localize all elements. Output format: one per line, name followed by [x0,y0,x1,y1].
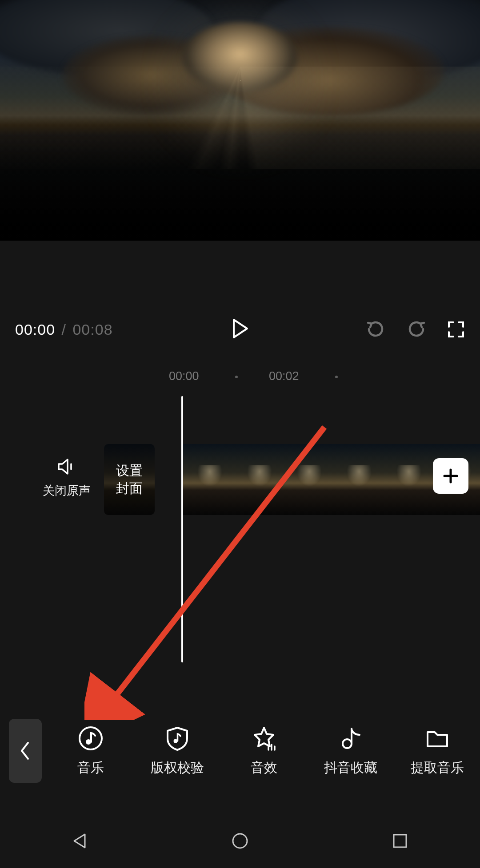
chevron-left-icon [19,740,32,761]
star-bars-icon [251,725,277,752]
ruler-mark-2: 00:02 [269,369,299,383]
clip-frame [381,444,431,515]
set-cover-button[interactable]: 设置 封面 [104,444,155,515]
tool-music[interactable]: 音乐 [60,725,122,777]
ruler-mark-0: 00:00 [169,369,199,383]
ruler-tick [335,376,338,378]
redo-icon [406,319,427,340]
shield-music-icon [164,725,191,752]
tool-copyright-label: 版权校验 [151,759,204,777]
clip-frame [232,444,282,515]
ruler-tick [235,376,238,378]
current-time: 00:00 [15,321,55,338]
circle-icon [230,831,250,851]
play-button[interactable] [231,318,249,341]
nav-back-button[interactable] [70,831,90,853]
cover-label-line2: 封面 [116,480,143,497]
tool-douyin-favorites[interactable]: 抖音收藏 [320,725,382,777]
nav-recent-button[interactable] [390,831,410,853]
fullscreen-button[interactable] [447,321,465,338]
svg-point-4 [343,739,352,748]
timeline-ruler[interactable]: 00:00 00:02 [0,369,480,387]
toolbar-back-button[interactable] [9,719,42,783]
triangle-left-icon [70,831,90,851]
undo-button[interactable] [365,319,386,340]
tool-extract-label: 提取音乐 [411,759,464,777]
tool-music-label: 音乐 [77,759,104,777]
fullscreen-icon [447,321,465,338]
video-editor-app: 00:00 / 00:08 [0,0,480,868]
clip-frame [282,444,332,515]
timeline[interactable]: 关闭原声 设置 封面 [0,396,480,662]
svg-point-5 [233,834,247,848]
time-separator: / [62,321,66,338]
speaker-icon [56,456,77,477]
play-icon [231,318,249,339]
undo-icon [365,319,386,340]
clip-frame [182,444,232,515]
mute-original-sound-label: 关闭原声 [40,483,93,499]
tool-soundfx[interactable]: 音效 [233,725,295,777]
nav-home-button[interactable] [230,831,250,853]
clip-frame [332,444,381,515]
add-clip-button[interactable] [433,458,468,494]
audio-toolbar: 音乐 版权校验 音效 [0,706,480,795]
folder-icon [424,725,451,752]
tool-douyin-fav-label: 抖音收藏 [324,759,377,777]
total-duration: 00:08 [72,321,112,338]
tool-extract-music[interactable]: 提取音乐 [406,725,468,777]
editor-panel: 00:00 / 00:08 [0,241,480,868]
svg-rect-6 [394,835,406,847]
plus-icon [442,467,460,485]
time-display: 00:00 / 00:08 [15,321,113,338]
tool-copyright-check[interactable]: 版权校验 [146,725,208,777]
music-note-circle-icon [77,725,104,752]
cover-label-line1: 设置 [116,462,143,480]
redo-button[interactable] [406,319,427,340]
transport-bar: 00:00 / 00:08 [0,316,480,343]
tiktok-music-icon [337,725,364,752]
square-icon [390,831,410,851]
mute-original-sound-button[interactable]: 关闭原声 [40,456,93,499]
tool-soundfx-label: 音效 [251,759,277,777]
playhead[interactable] [181,396,183,662]
video-preview[interactable] [0,0,480,241]
android-nav-bar [0,816,480,868]
